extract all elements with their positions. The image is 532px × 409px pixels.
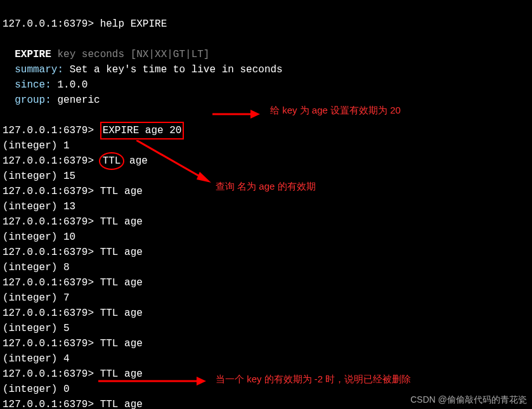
arrow-icon [98,375,206,387]
prompt: 127.0.0.1:6379> [3,338,94,349]
result-line: (integer) 13 [3,201,75,212]
arrow-icon [212,108,260,120]
annotation-text: 给 key 为 age 设置有效期为 20 [270,103,401,118]
svg-marker-3 [197,172,211,183]
prompt: 127.0.0.1:6379> [3,247,94,258]
ttl-cmd: TTL age [100,277,143,289]
group-text: generic [57,94,100,106]
boxed-expire-cmd: EXPIRE age 20 [100,122,185,140]
result-line: (integer) 15 [3,171,75,182]
prompt: 127.0.0.1:6379> help EXPIRE [3,18,167,30]
prompt: 127.0.0.1:6379> [3,277,94,289]
prompt: 127.0.0.1:6379> [3,155,94,167]
prompt: 127.0.0.1:6379> [3,399,94,409]
circled-ttl: TTL [99,152,125,170]
svg-marker-5 [197,377,206,386]
prompt: 127.0.0.1:6379> [3,216,94,228]
prompt: 127.0.0.1:6379> [3,308,94,319]
svg-line-2 [136,140,203,178]
svg-marker-1 [250,110,260,119]
ttl-cmd: TTL age [100,308,143,319]
summary-text: Set a key's time to live in seconds [70,64,283,75]
prompt: 127.0.0.1:6379> [3,125,94,136]
help-cmd-name: EXPIRE [15,49,51,60]
watermark-text: CSDN @偷偷敲代码的青花瓷 [410,393,527,406]
since-text: 1.0.0 [57,79,88,91]
result-line: (integer) 8 [3,262,70,273]
prompt: 127.0.0.1:6379> [3,368,94,380]
prompt: 127.0.0.1:6379> [3,186,94,197]
result-line: (integer) 7 [3,292,70,304]
result-line: (integer) 0 [3,384,70,395]
ttl-cmd: TTL age [100,186,143,197]
terminal-output: 127.0.0.1:6379> help EXPIRE EXPIRE key s… [0,0,532,409]
result-line: (integer) 10 [3,231,75,243]
annotation-text: 当一个 key 的有效期为 -2 时，说明已经被删除 [216,372,411,387]
ttl-cmd: TTL age [100,216,143,228]
since-label: since: [15,79,51,91]
help-usage: key seconds [NX|XX|GT|LT] [57,49,209,60]
result-line: (integer) 4 [3,353,70,365]
group-label: group: [15,94,51,106]
summary-label: summary: [15,64,63,75]
ttl-cmd: TTL age [100,338,143,349]
result-line: (integer) 1 [3,140,70,152]
ttl-cmd: TTL age [100,399,143,409]
ttl-cmd: TTL age [100,247,143,258]
result-line: (integer) 5 [3,323,70,334]
annotation-text: 查询 名为 age 的有效期 [216,179,316,194]
arrow-icon [136,140,212,185]
